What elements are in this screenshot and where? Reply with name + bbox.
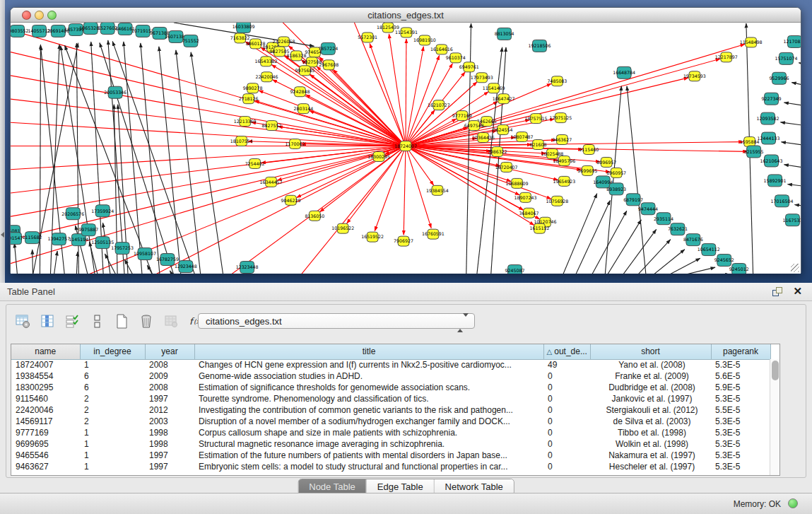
column-header-in_degree[interactable]: in_degree xyxy=(80,344,145,359)
graph-node[interactable]: 7632621 xyxy=(668,223,688,235)
graph-node[interactable]: 8096957 xyxy=(596,157,616,167)
table-settings-icon[interactable] xyxy=(15,313,30,329)
graph-node[interactable]: 391547 xyxy=(11,233,23,245)
graph-node[interactable]: 5572301 xyxy=(358,33,377,42)
column-header-pagerank[interactable]: pagerank xyxy=(711,344,770,359)
scrollbar-thumb[interactable] xyxy=(772,361,779,380)
graph-node[interactable]: 2803144 xyxy=(293,104,313,114)
table-row[interactable]: 911546021997Tourette syndrome. Phenomeno… xyxy=(11,393,770,404)
graph-node[interactable]: 12444133 xyxy=(758,132,780,144)
close-panel-icon[interactable]: ✕ xyxy=(793,285,802,298)
graph-node[interactable]: 12323448 xyxy=(236,262,259,274)
graph-node[interactable]: 11548498 xyxy=(740,37,763,47)
column-header-year[interactable]: year xyxy=(145,344,194,359)
network-canvas[interactable]: 1872400771638228860128891295423226058982… xyxy=(11,23,801,274)
panel-collapse-arrow-icon[interactable] xyxy=(1,232,4,238)
graph-node[interactable]: 10196522 xyxy=(331,223,354,233)
graph-node[interactable]: 19654923 xyxy=(553,176,575,186)
graph-node[interactable]: 16648784 xyxy=(613,66,635,78)
column-header-name[interactable]: name xyxy=(11,344,80,359)
graph-node[interactable]: 16033809 xyxy=(233,23,255,33)
column-header-short[interactable]: short xyxy=(590,344,711,359)
graph-node[interactable]: 8136050 xyxy=(305,211,324,221)
graph-node[interactable]: 15751074 xyxy=(775,52,798,64)
graph-node[interactable]: 16210643 xyxy=(760,155,783,167)
show-column-icon[interactable] xyxy=(40,313,55,329)
table-vertical-scrollbar[interactable] xyxy=(770,359,779,475)
graph-node[interactable]: 19734593 xyxy=(683,71,706,81)
graph-node[interactable]: 9245087 xyxy=(505,265,525,274)
graph-node[interactable]: 8813054 xyxy=(495,28,514,40)
graph-node[interactable]: 2935114 xyxy=(654,213,673,225)
graph-node[interactable]: 7857224 xyxy=(318,42,338,54)
network-table-select[interactable]: citations_edges.txt xyxy=(198,313,475,329)
graph-node[interactable]: 9474444 xyxy=(638,203,658,215)
graph-node[interactable]: 16519522 xyxy=(361,232,384,242)
graph-node[interactable]: 9699695 xyxy=(577,165,597,175)
graph-node[interactable]: 1115682 xyxy=(23,232,42,244)
graph-node[interactable]: 7254402 xyxy=(245,158,265,168)
graph-node[interactable]: 15892901 xyxy=(764,175,787,187)
graph-node[interactable]: 1167533 xyxy=(783,214,801,226)
window-resize-grip[interactable] xyxy=(791,264,799,272)
table-row[interactable]: 1456911722003Disruption of a novel membe… xyxy=(11,416,770,427)
graph-node[interactable]: 16760591 xyxy=(422,229,445,239)
graph-node[interactable]: 22420046 xyxy=(256,72,278,82)
select-rows-icon[interactable] xyxy=(64,313,80,329)
graph-node[interactable]: 7485083 xyxy=(547,76,567,86)
graph-node[interactable]: 8215955 xyxy=(744,146,764,158)
graph-node[interactable]: 17973493 xyxy=(471,73,493,83)
graph-node[interactable]: 7906927 xyxy=(394,236,413,246)
graph-node[interactable]: 9610374 xyxy=(446,53,466,63)
graph-node[interactable]: 10654112 xyxy=(698,244,720,256)
table-row[interactable]: 1938455462009Genome-wide association stu… xyxy=(11,370,770,382)
table-row[interactable]: 946362711997Embryonic stem cells: a mode… xyxy=(11,461,770,472)
delete-table-icon[interactable] xyxy=(139,313,154,329)
graph-node[interactable]: 8938923 xyxy=(606,183,626,195)
graph-node[interactable]: 9245652 xyxy=(714,255,734,267)
graph-node[interactable]: 6960957 xyxy=(606,168,626,177)
graph-node[interactable]: 17957253 xyxy=(111,243,134,255)
graph-node[interactable]: 19384554 xyxy=(426,185,449,195)
graph-node[interactable]: 11541469 xyxy=(483,83,505,93)
graph-node[interactable]: 12170836 xyxy=(783,35,801,47)
graph-node[interactable]: 9529966 xyxy=(770,72,789,84)
graph-node[interactable]: 12213369 xyxy=(234,117,257,127)
graph-node[interactable]: 16543382 xyxy=(255,57,278,66)
import-table-icon[interactable] xyxy=(163,313,179,329)
table-row[interactable]: 1872400712008Changes of HCN gene express… xyxy=(11,359,770,370)
graph-node[interactable]: 12217897 xyxy=(715,52,738,62)
graph-node[interactable]: 16164616 xyxy=(430,45,453,54)
graph-node[interactable]: 10688609 xyxy=(506,178,529,188)
graph-node[interactable]: 6879197 xyxy=(623,194,643,206)
graph-node[interactable]: 1527602 xyxy=(98,23,117,34)
table-row[interactable]: 2242004622012Investigating the contribut… xyxy=(11,404,770,416)
graph-node[interactable]: 1170062 xyxy=(285,139,305,149)
graph-node[interactable]: 9245012 xyxy=(729,264,749,274)
graph-node[interactable]: 10958107 xyxy=(134,248,156,260)
table-row[interactable]: 1830029562008Estimation of significance … xyxy=(11,382,770,393)
graph-node[interactable]: 17359924 xyxy=(91,205,114,217)
graph-node[interactable]: 18107554 xyxy=(230,136,253,146)
graph-node[interactable]: 18757515 xyxy=(525,114,548,124)
memory-status-icon[interactable] xyxy=(788,498,798,508)
table-row[interactable]: 946554611997Estimation of the future num… xyxy=(11,450,770,461)
graph-node[interactable]: 9115460 xyxy=(579,145,599,155)
graph-node[interactable]: 16981910 xyxy=(413,35,436,45)
graph-node[interactable]: 3624554 xyxy=(493,125,513,135)
graph-node[interactable]: 751552 xyxy=(182,35,199,47)
table-row[interactable]: 977716911998Corpus callosum shape and si… xyxy=(11,427,770,438)
graph-node[interactable]: 16344457 xyxy=(260,177,283,187)
graph-node[interactable]: 10756928 xyxy=(546,196,568,206)
graph-node[interactable]: 17975125 xyxy=(549,113,572,123)
graph-node[interactable]: 13942757 xyxy=(47,233,70,245)
graph-node[interactable]: 1595884 xyxy=(740,137,760,147)
graph-node[interactable]: 20206576 xyxy=(61,208,84,220)
graph-node[interactable]: 9227349 xyxy=(762,93,782,105)
graph-node[interactable]: 12093582 xyxy=(757,112,779,124)
window-titlebar[interactable]: citations_edges.txt xyxy=(11,8,801,23)
graph-node[interactable]: 9890278 xyxy=(243,83,263,93)
graph-node[interactable]: 6949761 xyxy=(459,62,479,72)
graph-node[interactable]: 17016504 xyxy=(771,195,794,207)
graph-node[interactable]: 10807487 xyxy=(511,132,534,142)
